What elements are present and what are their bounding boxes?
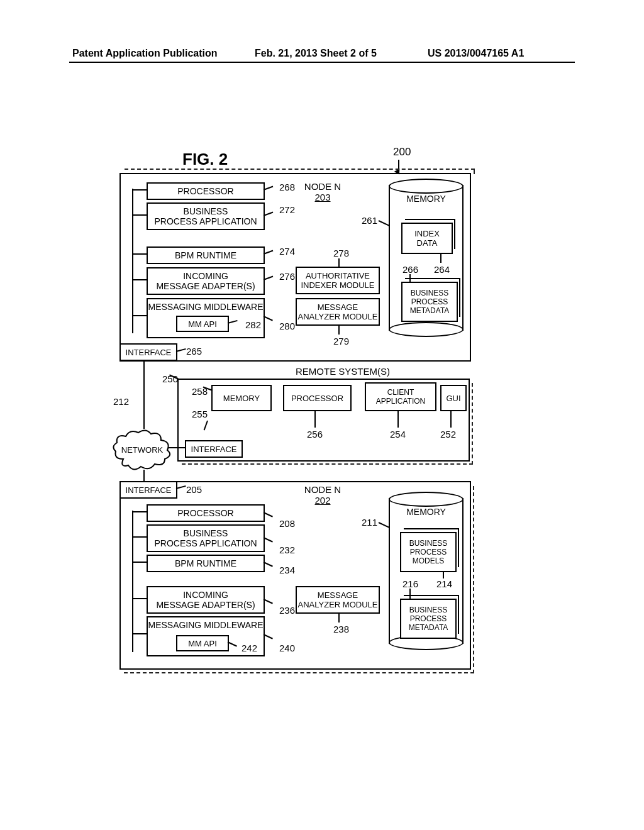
memory-remote: MEMORY <box>211 385 272 411</box>
bpm-bot: BPM RUNTIME <box>147 555 265 572</box>
mm-bot-ref: 240 <box>279 643 295 653</box>
aim-top-ref: 278 <box>333 248 349 258</box>
processor-top: PROCESSOR <box>147 182 265 200</box>
lead-279 <box>338 324 340 335</box>
bp-meta-top-stack <box>405 278 460 317</box>
node-top-ref: 203 <box>294 192 351 202</box>
gui-remote: GUI <box>440 385 467 411</box>
bus-top-1 <box>132 189 147 191</box>
gui-remote-ref: 252 <box>440 429 456 440</box>
bpa-top-ref: 272 <box>279 204 295 215</box>
mam-bot: MESSAGE ANALYZER MODULE <box>296 586 380 614</box>
net-line-up <box>143 360 145 429</box>
network-ref: 212 <box>113 396 129 407</box>
interface-top: INTERFACE <box>119 343 177 361</box>
bp-meta-top-ref: 266 <box>402 264 418 275</box>
network-label: NETWORK <box>111 445 174 455</box>
header-rule <box>69 62 575 63</box>
bus-bot-4 <box>132 598 147 599</box>
memory-bot-ref: 211 <box>362 517 377 528</box>
node-bot-ref: 202 <box>294 495 351 506</box>
lead-256 <box>314 410 316 428</box>
index-data-ref: 264 <box>434 264 450 275</box>
mam-top: MESSAGE ANALYZER MODULE <box>296 298 380 326</box>
bp-meta-bot-stack <box>404 595 459 634</box>
bpm-bot-ref: 234 <box>279 565 295 575</box>
remote-title: REMOTE SYSTEM(S) <box>296 366 390 377</box>
interface-bot-ref: 205 <box>186 484 202 495</box>
interface-remote: INTERFACE <box>185 440 243 458</box>
memory-top-label: MEMORY <box>389 194 464 204</box>
interface-remote-ref: 255 <box>192 409 208 419</box>
lead-254 <box>397 410 399 428</box>
bpa-bot-ref: 232 <box>279 545 295 555</box>
memory-top-ref: 261 <box>362 215 377 226</box>
patent-figure-page: Patent Application Publication Feb. 21, … <box>0 0 644 830</box>
bpa-bot: BUSINESS PROCESS APPLICATION <box>147 524 265 552</box>
mmapi-bot-ref: 242 <box>242 643 257 653</box>
processor-bot-ref: 208 <box>279 518 295 529</box>
lead-266 <box>409 274 411 282</box>
node-top-stack <box>125 169 475 174</box>
lead-238 <box>338 612 340 622</box>
header-left: Patent Application Publication <box>72 48 218 59</box>
node-bot-title-text: NODE N <box>294 484 351 495</box>
ima-bot: INCOMING MESSAGE ADAPTER(S) <box>147 586 265 614</box>
ima-top: INCOMING MESSAGE ADAPTER(S) <box>147 267 265 295</box>
mam-top-ref: 279 <box>333 336 349 346</box>
processor-remote: PROCESSOR <box>283 385 352 411</box>
bpa-top: BUSINESS PROCESS APPLICATION <box>147 202 265 230</box>
mmapi-top: MM API <box>176 316 229 332</box>
bpm-top-ref: 274 <box>279 246 295 257</box>
bpm-top: BPM RUNTIME <box>147 246 265 264</box>
bus-bot-3 <box>132 562 147 563</box>
bus-top-5 <box>132 315 147 316</box>
interface-top-ref: 265 <box>186 346 202 357</box>
processor-remote-ref: 256 <box>307 429 323 440</box>
network-cloud: NETWORK <box>111 428 174 472</box>
processor-top-ref: 268 <box>279 182 295 192</box>
bp-meta-bot-ref: 216 <box>402 578 418 589</box>
bus-top <box>132 189 133 333</box>
interface-bot: INTERFACE <box>119 481 177 499</box>
lead-216 <box>409 589 411 599</box>
index-data-stack <box>405 219 455 249</box>
bus-bot-5 <box>132 633 147 634</box>
bp-models-ref: 214 <box>436 578 452 589</box>
mam-bot-ref: 238 <box>333 624 349 634</box>
bus-top-2 <box>132 214 147 216</box>
lead-252 <box>450 410 452 428</box>
node-top-title-text: NODE N <box>294 181 351 192</box>
bus-top-3 <box>132 253 147 255</box>
bus-bot-2 <box>132 536 147 538</box>
system-ref: 200 <box>393 146 411 158</box>
figure-label: FIG. 2 <box>182 150 228 169</box>
client-remote-ref: 254 <box>390 429 406 440</box>
lead-264 <box>440 253 441 263</box>
mmapi-top-ref: 282 <box>245 319 261 330</box>
bus-bot-1 <box>132 511 147 512</box>
bus-top-4 <box>132 279 147 280</box>
mmapi-bot: MM API <box>176 635 229 651</box>
processor-bot: PROCESSOR <box>147 504 265 522</box>
lead-214 <box>443 571 444 578</box>
memory-bot-label: MEMORY <box>389 507 464 517</box>
bus-bot <box>132 511 133 652</box>
ima-top-ref: 276 <box>279 271 295 282</box>
header-right: US 2013/0047165 A1 <box>428 48 524 59</box>
lead-278 <box>338 258 340 267</box>
node-bot-title: NODE N 202 <box>294 484 351 506</box>
net-line-right <box>169 447 185 448</box>
bp-models-stack <box>404 528 459 567</box>
header-mid: Feb. 21, 2013 Sheet 2 of 5 <box>255 48 377 59</box>
aim-top: AUTHORITATIVE INDEXER MODULE <box>296 267 380 294</box>
node-top-title: NODE N 203 <box>294 181 351 202</box>
mm-top-ref: 280 <box>279 321 295 331</box>
client-app-remote: CLIENT APPLICATION <box>365 382 436 411</box>
ima-bot-ref: 236 <box>279 605 295 616</box>
